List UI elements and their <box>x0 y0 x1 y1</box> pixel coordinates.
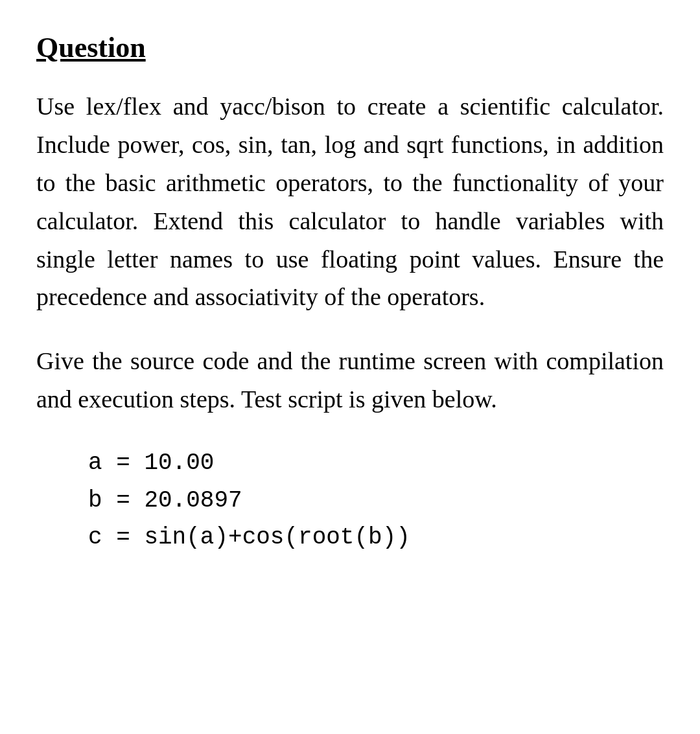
code-line-2: b = 20.0897 <box>88 482 664 520</box>
paragraph-2: Give the source code and the runtime scr… <box>36 342 664 419</box>
code-block: a = 10.00 b = 20.0897 c = sin(a)+cos(roo… <box>88 444 664 556</box>
page-heading: Question <box>36 31 664 64</box>
code-line-3: c = sin(a)+cos(root(b)) <box>88 519 664 556</box>
paragraph-1: Use lex/flex and yacc/bison to create a … <box>36 87 664 316</box>
code-line-1: a = 10.00 <box>88 444 664 482</box>
